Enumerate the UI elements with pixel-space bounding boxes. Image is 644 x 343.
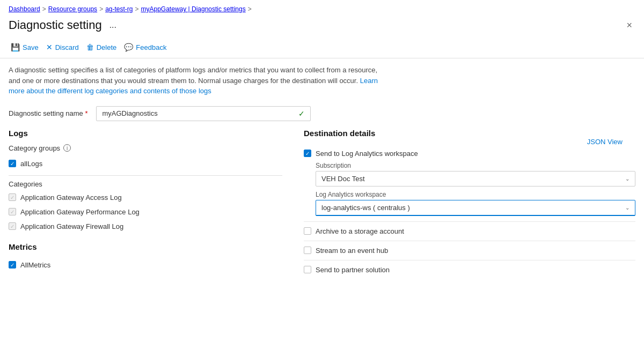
toolbar: 💾 Save ✕ Discard 🗑 Delete 💬 Feedback bbox=[0, 39, 644, 58]
event-hub-row: Stream to an event hub bbox=[304, 247, 635, 255]
workspace-dropdown[interactable]: log-analytics-ws ( centralus ) ⌄ bbox=[316, 200, 635, 216]
delete-label: Delete bbox=[97, 43, 117, 51]
subscription-label: Subscription bbox=[316, 162, 635, 169]
setting-name-input[interactable]: myAGDiagnostics ✓ bbox=[96, 106, 311, 121]
storage-checkbox[interactable] bbox=[304, 227, 311, 235]
category-firewall-log: Application Gateway Firewall Log bbox=[9, 219, 282, 234]
event-hub-label: Stream to an event hub bbox=[316, 247, 388, 255]
workspace-label: Log Analytics workspace bbox=[316, 191, 635, 198]
feedback-label: Feedback bbox=[136, 43, 166, 51]
save-icon: 💾 bbox=[11, 43, 20, 51]
breadcrumb-myappgateway[interactable]: myAppGateway | Diagnostic settings bbox=[141, 5, 246, 13]
destination-title: Destination details bbox=[304, 129, 635, 138]
setting-name-value: myAGDiagnostics bbox=[102, 109, 157, 117]
right-column: Destination details Send to Log Analytic… bbox=[304, 129, 635, 279]
partner-destination: Send to partner solution bbox=[304, 260, 635, 279]
breadcrumb-dashboard[interactable]: Dashboard bbox=[9, 5, 40, 13]
logs-divider bbox=[9, 175, 282, 176]
storage-label: Archive to a storage account bbox=[316, 227, 404, 235]
logs-section: Logs Category groups i allLogs Categorie… bbox=[9, 129, 282, 234]
metrics-section: Metrics AllMetrics bbox=[9, 242, 282, 272]
info-icon[interactable]: i bbox=[63, 144, 71, 152]
save-label: Save bbox=[23, 43, 39, 51]
all-logs-label: allLogs bbox=[20, 160, 42, 168]
category-firewall-log-label: Application Gateway Firewall Log bbox=[20, 222, 123, 230]
workspace-value: log-analytics-ws ( centralus ) bbox=[321, 204, 410, 212]
log-analytics-row: Send to Log Analytics workspace bbox=[304, 150, 635, 158]
category-firewall-log-checkbox[interactable] bbox=[9, 222, 16, 230]
page-header: Diagnostic setting ... × bbox=[0, 16, 644, 39]
event-hub-destination: Stream to an event hub bbox=[304, 241, 635, 260]
discard-button[interactable]: ✕ Discard bbox=[44, 41, 84, 54]
event-hub-checkbox[interactable] bbox=[304, 247, 311, 254]
breadcrumb: Dashboard > Resource groups > ag-test-rg… bbox=[0, 0, 644, 16]
partner-row: Send to partner solution bbox=[304, 266, 635, 274]
category-access-log-label: Application Gateway Access Log bbox=[20, 193, 122, 202]
log-analytics-destination: Send to Log Analytics workspace Subscrip… bbox=[304, 144, 635, 222]
page-title: Diagnostic setting bbox=[9, 18, 102, 32]
all-metrics-checkbox[interactable] bbox=[9, 261, 16, 269]
save-button[interactable]: 💾 Save bbox=[9, 41, 44, 54]
close-button[interactable]: × bbox=[623, 19, 635, 32]
logs-title: Logs bbox=[9, 129, 282, 138]
metrics-title: Metrics bbox=[9, 242, 282, 251]
workspace-arrow: ⌄ bbox=[625, 205, 630, 211]
category-performance-log-checkbox[interactable] bbox=[9, 208, 16, 215]
subscription-value: VEH Doc Test bbox=[321, 175, 365, 183]
all-logs-checkbox[interactable] bbox=[9, 160, 16, 167]
category-access-log: Application Gateway Access Log bbox=[9, 190, 282, 205]
main-content: Logs Category groups i allLogs Categorie… bbox=[0, 129, 644, 279]
discard-icon: ✕ bbox=[46, 43, 53, 51]
subscription-dropdown[interactable]: VEH Doc Test ⌄ bbox=[316, 171, 635, 187]
category-groups-label: Category groups i bbox=[9, 144, 282, 152]
partner-label: Send to partner solution bbox=[316, 266, 390, 274]
storage-row: Archive to a storage account bbox=[304, 227, 635, 235]
all-metrics-item: AllMetrics bbox=[9, 258, 282, 272]
description-text: A diagnostic setting specifies a list of… bbox=[0, 58, 397, 101]
all-logs-item: allLogs bbox=[9, 156, 282, 171]
setting-name-row: Diagnostic setting name * myAGDiagnostic… bbox=[0, 101, 644, 129]
feedback-icon: 💬 bbox=[124, 43, 133, 51]
checkmark-icon: ✓ bbox=[298, 109, 305, 118]
delete-button[interactable]: 🗑 Delete bbox=[84, 41, 122, 54]
json-view-link[interactable]: JSON View bbox=[587, 138, 623, 146]
all-metrics-label: AllMetrics bbox=[20, 261, 50, 269]
category-performance-log: Application Gateway Performance Log bbox=[9, 205, 282, 219]
breadcrumb-ag-test-rg[interactable]: ag-test-rg bbox=[105, 5, 133, 13]
ellipsis-button[interactable]: ... bbox=[106, 19, 120, 31]
partner-checkbox[interactable] bbox=[304, 266, 311, 273]
storage-destination: Archive to a storage account bbox=[304, 222, 635, 241]
discard-label: Discard bbox=[55, 43, 79, 51]
category-access-log-checkbox[interactable] bbox=[9, 193, 16, 201]
feedback-button[interactable]: 💬 Feedback bbox=[122, 41, 172, 54]
log-analytics-label: Send to Log Analytics workspace bbox=[316, 150, 418, 158]
left-column: Logs Category groups i allLogs Categorie… bbox=[9, 129, 282, 279]
categories-label: Categories bbox=[9, 180, 282, 188]
breadcrumb-resource-groups[interactable]: Resource groups bbox=[48, 5, 97, 13]
subscription-arrow: ⌄ bbox=[625, 176, 630, 182]
delete-icon: 🗑 bbox=[86, 43, 94, 51]
log-analytics-checkbox[interactable] bbox=[304, 150, 311, 157]
category-performance-log-label: Application Gateway Performance Log bbox=[20, 208, 140, 216]
setting-name-label: Diagnostic setting name * bbox=[9, 109, 87, 117]
